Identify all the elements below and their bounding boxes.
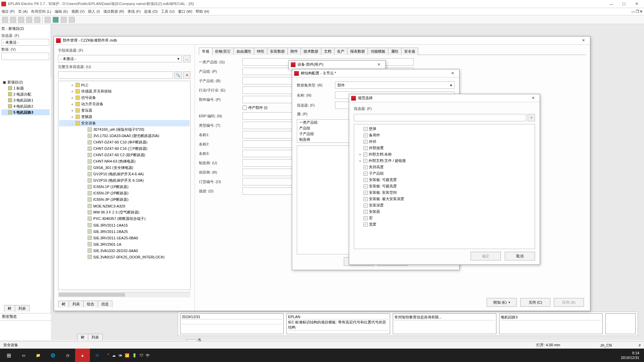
norm-item[interactable]: 夹持高度 — [355, 164, 534, 170]
detail-tab[interactable]: 功能模板 — [368, 48, 388, 55]
parts-tab-info[interactable]: 信息 — [98, 301, 112, 307]
detail-tab[interactable]: 安装数据 — [267, 48, 288, 55]
tree-root[interactable]: ▣新项目(2) — [1, 79, 50, 85]
norm-item[interactable]: 安装深度 — [355, 202, 534, 208]
menu-item[interactable]: 查找 (F) — [127, 9, 141, 14]
toolbar-button[interactable] — [18, 17, 24, 23]
device-parts-close-button[interactable]: ✕ — [374, 62, 383, 67]
detail-tab[interactable]: 常规 — [199, 48, 212, 55]
tree-page-selected[interactable]: 5 电机回路3 — [1, 109, 50, 115]
toolbar-button[interactable] — [45, 17, 51, 23]
parts-tree-node[interactable]: +传感器,开关和按钮 — [59, 88, 190, 95]
system-tray[interactable]: ˄☁🕪 📶🔋🛡 中 — [105, 353, 152, 358]
toolbar-button[interactable] — [26, 17, 32, 23]
tree-page[interactable]: 2 电源分配 — [1, 91, 50, 97]
parts-tree-leaf[interactable]: GV2P10 (电机保护开关4-6.4A) — [59, 171, 190, 177]
toolbar-button[interactable] — [69, 17, 75, 23]
menu-item[interactable]: 布局空间 (L) — [31, 9, 51, 14]
parts-tree-leaf[interactable]: MOE.NZMC3-A320 — [59, 203, 190, 209]
parts-tree-leaf[interactable]: SIE.3VA9157-0FK25_DOOR_INTERLOCKI — [59, 254, 190, 260]
norm-item[interactable]: 外径 — [355, 138, 534, 145]
edge-icon[interactable]: 🌐 — [46, 349, 60, 362]
filter-combo[interactable]: - 未激活 - — [1, 39, 49, 46]
menu-item[interactable]: 选项 (O) — [144, 9, 158, 14]
tab-tree[interactable]: 树 — [4, 305, 15, 312]
taskbar-clock[interactable]: 9:142019/12/31 — [618, 351, 643, 360]
parts-tree-node[interactable]: +信号设备 — [59, 95, 190, 101]
maximize-button[interactable]: ▢ — [618, 0, 630, 8]
tab-list[interactable]: 列表 — [15, 305, 30, 312]
close-parts-button[interactable]: 关闭 (C) — [520, 298, 550, 307]
toolbar-button[interactable] — [61, 17, 67, 23]
tc-dataset-combo[interactable]: 部件▾ — [335, 81, 454, 89]
norm-item[interactable]: 安装板: 最大安装深度 — [355, 196, 534, 202]
parts-tab-list[interactable]: 列表 — [69, 301, 84, 307]
detail-tab[interactable]: 生产 — [334, 48, 347, 55]
detail-tab[interactable]: 特性 — [254, 48, 267, 55]
detail-tab[interactable]: 报表数据 — [347, 48, 368, 55]
menu-item[interactable]: 项目数据 (R) — [103, 9, 124, 14]
page-tab[interactable] — [186, 339, 196, 341]
value-input[interactable] — [1, 53, 49, 60]
parts-tree-leaf[interactable]: 3074169_ut4 (保险丝端子5*20) — [59, 126, 190, 133]
norm-ok-button[interactable]: 确定 — [471, 252, 501, 260]
tree-config-close-button[interactable]: ✕ — [448, 71, 457, 75]
norm-item[interactable]: 壁厚 — [355, 126, 534, 132]
norm-item[interactable]: 安装板: 可建宽度 — [355, 177, 534, 183]
menu-item[interactable]: 视图 (V) — [71, 9, 85, 14]
toolbar-button[interactable] — [10, 17, 16, 23]
menu-item[interactable]: 插入 (I) — [88, 9, 100, 14]
mdi-minimize-button[interactable]: — — [631, 9, 635, 14]
explorer-icon[interactable]: 📁 — [31, 349, 46, 362]
mdi-close-button[interactable]: ✕ — [640, 9, 643, 14]
parts-tree-leaf[interactable]: GV2P16 (电机保护开关 6-10A) — [59, 177, 190, 184]
tree-page[interactable]: 1 标题 — [1, 85, 50, 91]
word-icon[interactable]: W — [90, 349, 105, 362]
parts-tree-leaf[interactable]: CHNT-DZ47-60 C16 (三P断路器) — [59, 145, 190, 152]
parts-tree-leaf[interactable]: IC65N-3P (3P断路器) — [59, 196, 190, 203]
norm-item[interactable]: 安装板: 安装空间 — [355, 189, 534, 196]
mdi-restore-button[interactable]: ❐ — [636, 9, 639, 14]
parts-tree-leaf[interactable]: 3VL1702-1DA33-0AA0 (塑壳断路器20A) — [59, 133, 190, 139]
minimize-button[interactable]: — — [605, 0, 617, 8]
norm-item[interactable]: +外部文档:名称 — [355, 151, 534, 158]
detail-tab[interactable]: 安全值 — [401, 48, 418, 55]
mini-tab-tree[interactable]: 树 — [77, 334, 88, 341]
field-filter-more-button[interactable]: … — [183, 55, 191, 62]
norm-tree[interactable]: 壁厚备用件外径外部放置+外部文档:名称+外部文档:文件 / 超链接夹持高度子产品… — [354, 124, 535, 249]
menu-item[interactable]: 编辑 (E) — [55, 9, 68, 14]
parts-tree-leaf[interactable]: G9SA_301 (安全继电器) — [59, 165, 190, 171]
eplan-taskbar-icon[interactable]: ▲ — [75, 349, 90, 362]
menu-item[interactable]: 项目 (P) — [1, 9, 15, 14]
parts-tab-tree[interactable]: 树 — [58, 301, 69, 307]
parts-tree-hscroll[interactable] — [58, 292, 191, 297]
detail-tab[interactable]: 属性 — [388, 48, 401, 55]
parts-tree-leaf[interactable]: IC65N-2P (2P断路器) — [59, 190, 190, 196]
fulltext-input[interactable] — [58, 71, 173, 79]
fulltext-clear-button[interactable]: ✕ — [183, 71, 191, 79]
parts-tree-leaf[interactable]: SIE.3RV2011-1AA15 — [59, 222, 190, 228]
norm-filter-clear-button[interactable]: ✕ — [528, 114, 535, 121]
field-filter-combo[interactable]: - 未激活 -▾ — [58, 55, 182, 62]
norm-item[interactable]: 外部放置 — [355, 145, 534, 151]
parts-tree-leaf[interactable]: CHNT-NR4-63 (热继电器) — [59, 158, 190, 165]
norm-item[interactable]: 安装板: 可建高度 — [355, 183, 534, 189]
norm-item[interactable]: 宽度 — [355, 221, 534, 228]
parts-tree-leaf[interactable]: CHNT-DZ47-60 C10 (单P断路器) — [59, 139, 190, 145]
norm-close-button[interactable]: ✕ — [528, 96, 538, 100]
norm-filter-input[interactable] — [354, 114, 526, 121]
detail-tab[interactable]: 自由属性 — [233, 48, 254, 55]
norm-item[interactable]: +外部文档:文件 / 超链接 — [355, 158, 534, 164]
start-button[interactable]: ⊞ — [1, 349, 16, 362]
toolbar-button[interactable] — [34, 17, 40, 23]
parts-tree-leaf[interactable]: SIE.3RV2011-1BA25 — [59, 228, 190, 235]
parts-tree-node[interactable]: +变压器 — [59, 107, 190, 114]
taskview-button[interactable]: ▭ — [16, 349, 31, 362]
parts-tree-leaf[interactable]: CHNT-DZ47-60 C2 (双P断路器) — [59, 152, 190, 158]
norm-item[interactable]: 子产品组 — [355, 170, 534, 177]
mini-tab-list[interactable]: 列表 — [88, 334, 103, 341]
parts-tree-node[interactable]: -安全设备 — [59, 120, 190, 126]
close-button[interactable]: ✕ — [631, 0, 643, 8]
parts-tree-leaf[interactable]: SIE.3VA1032-2ED32-0AA0 — [59, 247, 190, 254]
fulltext-search-button[interactable]: 🔍 — [174, 71, 182, 79]
